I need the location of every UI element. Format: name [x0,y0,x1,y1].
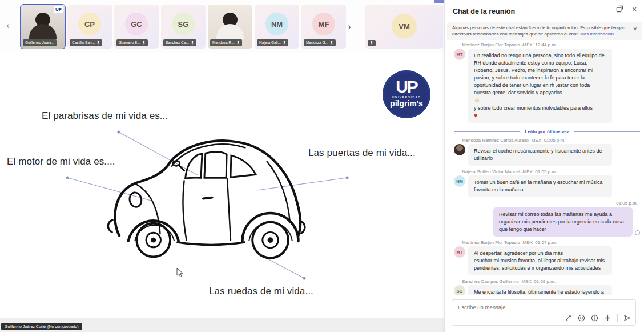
participant-name-badge: Mendoza G... [304,39,336,46]
chat-message: NM Tomar un buen café en la mañana y esc… [454,175,640,197]
message-text: En realidad no tengo una persona, sino t… [474,53,605,95]
more-info-link[interactable]: Más información [580,31,614,37]
message-text: Tomar un buen café en la mañana y escuch… [474,179,603,193]
avatar: SG [172,13,195,35]
participant-name-badge: Guerrero S... [116,39,148,46]
chat-message-list[interactable]: Martinez Borjon Flor Topacio -MEX 12:44 … [445,37,644,295]
participant-tile-castillo[interactable]: CP Castillo San... [67,5,112,49]
avatar: GC [125,13,148,35]
popout-chat-icon[interactable] [615,5,623,13]
car-drawing [103,130,328,270]
send-icon[interactable] [623,314,631,322]
message-status-icon [635,230,640,235]
chat-message: SG Me encanta la filosofía, últimamente … [454,285,640,295]
pin-icon [142,41,146,45]
sender-name: Sanchez Campos Guillermo -MEX [462,279,532,284]
avatar-initials: MT [457,52,463,57]
participant-name-badge: Sanchez Ca... [163,39,196,46]
avatar: CP [78,13,101,35]
chat-message: Revisar el coche mecánicamente y fisicam… [454,144,640,166]
logo-pilgrims-text: pilgrim's [383,99,430,108]
participant-name-badge: Castillo San... [70,39,102,46]
sender-name: Martinez Borjon Flor Topacio -MEX [462,42,533,47]
compose-divider [617,314,618,322]
avatar-initials: SG [457,289,463,294]
message-meta: Martinez Borjon Flor Topacio -MEX 01:07 … [462,240,640,245]
avatar-initials: NM [271,20,283,29]
sticker-icon[interactable] [591,314,598,322]
chat-message: MT En realidad no tengo una persona, sin… [454,49,640,123]
banner-close-icon[interactable]: ✕ [633,26,637,33]
filmstrip-prev-button[interactable]: ‹ [3,19,13,32]
pin-icon [96,41,100,45]
participant-tile-mendoza-g[interactable]: MF Mendoza G... [301,5,346,49]
participant-name: Castillo San... [72,41,95,45]
pin-icon [330,41,333,45]
avatar-initials: MT [457,250,463,255]
sender-name: Najera Guillen Victor Manuel -MEX [462,169,533,174]
message-time: 01:05 p.m. [454,201,638,206]
teams-meeting-window: ‹ UP Guillermo Juáre... CP Castillo San.… [0,0,644,332]
avatar: NM [265,13,288,35]
smile-emoji: ☺ [474,97,480,103]
participant-tile-najera[interactable]: NM Najera Gall... [255,5,299,49]
avatar-initials: MF [319,20,329,29]
participant-tile-sanchez[interactable]: SG Sanchez Ca... [161,5,206,49]
message-text: y sobre todo crear momentos inolvidables… [474,105,593,111]
avatar-initials: GC [131,20,142,29]
message-time: 01:07 p.m. [535,240,557,245]
participant-name: Mendoza G... [306,41,328,45]
avatar-initials: CP [84,20,95,29]
shared-screen-stage: El parabrisas de mi vida es... El motor … [0,53,444,318]
participant-filmstrip: ‹ UP Guillermo Juáre... CP Castillo San.… [0,0,444,53]
participant-tile-guillermo[interactable]: UP Guillermo Juáre... [21,5,65,49]
up-university-logo: UP UNIVERSIDAD pilgrim's [383,70,430,118]
avatar-initials: NM [456,179,463,184]
participant-name-badge: Mendoza R... [210,39,242,46]
avatar-initials: VM [399,22,410,31]
pin-icon [283,41,286,45]
message-time: 12:44 p.m. [535,42,557,47]
participant-name: Guillermo Juáre... [25,41,54,45]
sender-name: Mendoza Ramirez Carlos Aurelio -MEX [462,138,541,143]
message-bubble: Al despertar, agradecer por un día más e… [468,246,612,275]
label-wheels: Las ruedas de mi vida... [209,286,313,297]
participant-tile-mendoza-r[interactable]: Mendoza R... [208,5,252,49]
filmstrip-next-button[interactable]: › [345,21,354,33]
label-motor: El motor de mi vida es.... [7,156,115,167]
presenter-badge: Guillermo Juárez Curiel (No comprobado) [1,323,82,330]
message-bubble: Revisar el coche mecánicamente y fisicam… [468,144,612,166]
own-message: 01:05 p.m. Revisar mi correo todas las m… [454,201,640,237]
participant-tile-vm[interactable]: VM [365,5,443,49]
message-input[interactable] [458,304,572,310]
pin-icon [191,41,194,45]
message-meta: Martinez Borjon Flor Topacio -MEX 12:44 … [462,42,640,47]
pin-icon [236,41,240,45]
last-read-divider: Leído por última vez [454,129,640,134]
participant-tile-guerrero[interactable]: GC Guerrero S... [114,5,159,49]
sender-name: Martinez Borjon Flor Topacio -MEX [462,240,533,245]
compose-box[interactable] [452,299,636,326]
avatar [454,144,465,155]
chat-message: MT Al despertar, agradecer por un día má… [454,246,640,275]
last-read-text: Leído por última vez [525,129,569,134]
avatar: VM [392,14,417,39]
participant-name: Sanchez Ca... [166,41,189,45]
message-meta: Mendoza Ramirez Carlos Aurelio -MEX 01:0… [462,138,640,143]
participant-name-badge: Najera Gall... [257,39,288,46]
message-meta: Sanchez Campos Guillermo -MEX 01:09 p.m. [462,279,640,284]
message-time: 01:05 p.m. [544,138,566,143]
emoji-icon[interactable] [578,314,585,322]
avatar: NM [454,175,465,187]
heart-emoji: ♥ [474,112,478,119]
avatar: SG [454,285,465,295]
meeting-chat-panel: Chat de la reunión ✕ Algunas personas de… [444,0,644,332]
message-time: 01:05 p.m. [535,169,557,174]
attach-plus-icon[interactable] [604,314,611,322]
close-chat-icon[interactable]: ✕ [630,5,638,13]
message-meta: Najera Guillen Victor Manuel -MEX 01:05 … [462,169,640,174]
label-windshield: El parabrisas de mi vida es... [42,110,168,122]
message-bubble: Me encanta la filosofía, últimamente he … [468,285,612,295]
format-icon[interactable] [565,314,572,322]
participant-name-badge: Guillermo Juáre... [23,39,57,46]
